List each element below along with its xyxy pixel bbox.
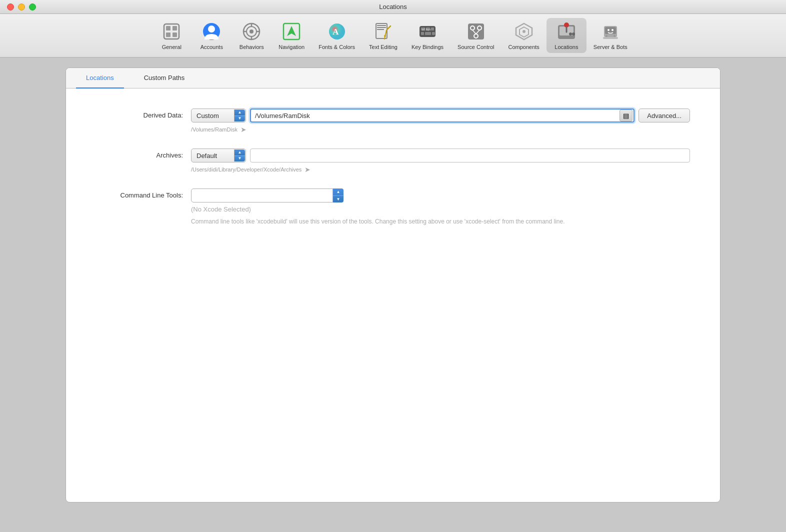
archives-row: Archives: Default Custom Relative ▲ — [96, 148, 690, 174]
toolbar-item-server-bots[interactable]: Server & Bots — [586, 18, 634, 53]
key-bindings-icon: alt opt — [417, 21, 438, 42]
svg-point-47 — [569, 32, 572, 36]
toolbar-item-general[interactable]: General — [152, 18, 192, 53]
minimize-button[interactable] — [18, 4, 25, 10]
svg-point-54 — [608, 29, 610, 31]
command-line-tools-select[interactable] — [191, 188, 344, 202]
hint-arrow-icon: ➤ — [240, 126, 246, 134]
svg-marker-15 — [287, 26, 296, 36]
svg-point-6 — [208, 26, 215, 32]
svg-point-51 — [606, 35, 608, 37]
derived-data-controls: Custom Default Relative ▲ ▼ — [191, 108, 690, 134]
toolbar-item-accounts[interactable]: Accounts — [192, 18, 232, 53]
derived-data-stepper-up[interactable]: ▲ — [234, 110, 245, 116]
derived-data-input-wrapper: ▤ — [250, 108, 634, 122]
window-title: Locations — [379, 3, 407, 10]
navigation-label: Navigation — [278, 44, 304, 50]
server-bots-icon — [600, 21, 621, 42]
toolbar-item-fonts-colors[interactable]: A Fonts & Colors — [312, 18, 362, 53]
archives-controls: Default Custom Relative ▲ ▼ — [191, 148, 690, 174]
maximize-button[interactable] — [29, 4, 36, 10]
source-control-icon — [466, 21, 486, 42]
archives-input[interactable] — [250, 148, 690, 162]
derived-data-row: Derived Data: Custom Default Relative ▲ — [96, 108, 690, 134]
command-line-tools-controls: ▲ ▼ (No Xcode Selected) Command line too… — [191, 188, 690, 226]
svg-rect-19 — [377, 25, 386, 26]
svg-point-42 — [522, 30, 526, 33]
derived-data-label: Derived Data: — [96, 108, 191, 119]
archives-stepper: ▲ ▼ — [234, 150, 245, 162]
cmd-stepper: ▲ ▼ — [332, 188, 344, 202]
svg-text:opt: opt — [426, 28, 431, 32]
server-bots-label: Server & Bots — [594, 44, 628, 50]
derived-data-select-wrapper: Custom Default Relative ▲ ▼ — [191, 108, 246, 122]
svg-rect-3 — [166, 32, 170, 37]
command-line-tools-row: Command Line Tools: ▲ ▼ (No Xcode Select… — [96, 188, 690, 226]
svg-rect-21 — [377, 29, 384, 30]
general-icon — [161, 21, 182, 42]
svg-rect-28 — [431, 28, 434, 30]
locations-label: Locations — [554, 44, 578, 50]
svg-rect-4 — [172, 32, 177, 37]
no-xcode-text: (No Xcode Selected) — [191, 206, 690, 213]
svg-rect-53 — [603, 37, 618, 39]
derived-data-stepper: ▲ ▼ — [234, 110, 245, 122]
cmd-stepper-up[interactable]: ▲ — [333, 188, 344, 196]
archives-stepper-down[interactable]: ▼ — [234, 156, 245, 162]
behaviors-label: Behaviors — [240, 44, 264, 50]
svg-rect-34 — [468, 24, 484, 40]
command-line-description: Command line tools like 'xcodebuild' wil… — [191, 217, 591, 226]
folder-button[interactable]: ▤ — [620, 110, 632, 122]
archives-stepper-up[interactable]: ▲ — [234, 150, 245, 156]
derived-data-input[interactable] — [250, 108, 634, 122]
archives-select-wrapper: Default Custom Relative ▲ ▼ — [191, 148, 246, 162]
toolbar-item-locations[interactable]: Locations — [546, 18, 586, 53]
title-bar: Locations — [0, 0, 786, 14]
text-editing-icon — [372, 21, 394, 42]
archives-hint-text: /Users/didi/Library/Developer/Xcode/Arch… — [191, 166, 302, 172]
cmd-stepper-down[interactable]: ▼ — [333, 196, 344, 203]
general-label: General — [162, 44, 182, 50]
svg-rect-29 — [421, 32, 424, 35]
source-control-label: Source Control — [458, 44, 494, 50]
window-controls — [7, 4, 36, 10]
svg-point-9 — [250, 30, 254, 34]
tab-locations[interactable]: Locations — [76, 68, 124, 88]
components-label: Components — [508, 44, 539, 50]
command-line-tools-label: Command Line Tools: — [96, 188, 191, 199]
fonts-colors-label: Fonts & Colors — [318, 44, 355, 50]
derived-data-hint: /Volumes/RamDisk ➤ — [191, 126, 690, 134]
svg-line-22 — [388, 26, 390, 29]
accounts-label: Accounts — [200, 44, 223, 50]
svg-line-23 — [384, 30, 386, 39]
key-bindings-label: Key Bindings — [412, 44, 444, 50]
close-button[interactable] — [7, 4, 14, 10]
archives-hint: /Users/didi/Library/Developer/Xcode/Arch… — [191, 166, 690, 174]
svg-point-52 — [614, 35, 616, 37]
navigation-icon — [281, 21, 302, 42]
toolbar-item-navigation[interactable]: Navigation — [272, 18, 312, 53]
toolbar-item-components[interactable]: Components — [501, 18, 546, 53]
svg-point-48 — [572, 32, 575, 36]
derived-data-stepper-down[interactable]: ▼ — [234, 116, 245, 122]
svg-rect-20 — [377, 27, 386, 28]
svg-rect-2 — [172, 26, 177, 30]
derived-data-inline: Custom Default Relative ▲ ▼ — [191, 108, 690, 122]
tab-bar: Locations Custom Paths — [66, 68, 720, 88]
toolbar-item-behaviors[interactable]: Behaviors — [232, 18, 272, 53]
fonts-colors-icon: A — [326, 21, 348, 42]
cmd-select-wrapper: ▲ ▼ — [191, 188, 344, 202]
advanced-button[interactable]: Advanced... — [638, 108, 690, 122]
svg-text:A: A — [332, 27, 339, 36]
toolbar-item-text-editing[interactable]: Text Editing — [362, 18, 404, 53]
main-content: Locations Custom Paths Derived Data: Cus… — [0, 58, 786, 512]
toolbar-item-source-control[interactable]: Source Control — [450, 18, 501, 53]
archives-arrow-icon: ➤ — [304, 166, 310, 174]
behaviors-icon — [241, 21, 262, 42]
archives-inline: Default Custom Relative ▲ ▼ — [191, 148, 690, 162]
derived-data-hint-text: /Volumes/RamDisk — [191, 126, 238, 132]
tab-custom-paths[interactable]: Custom Paths — [134, 68, 195, 88]
toolbar-item-key-bindings[interactable]: alt opt Key Bindings — [404, 18, 450, 53]
toolbar: General Accounts Behaviors — [0, 14, 786, 58]
form-area: Derived Data: Custom Default Relative ▲ — [66, 88, 720, 261]
